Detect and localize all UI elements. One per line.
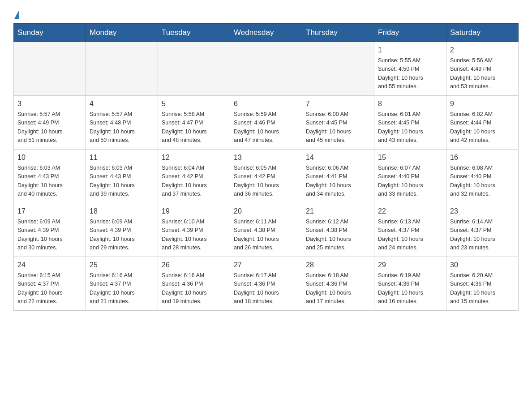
logo-top bbox=[13, 9, 19, 19]
calendar-cell: 4Sunrise: 5:57 AM Sunset: 4:48 PM Daylig… bbox=[86, 96, 158, 150]
day-number: 9 bbox=[450, 98, 515, 109]
day-info: Sunrise: 6:09 AM Sunset: 4:39 PM Dayligh… bbox=[90, 218, 154, 253]
day-info: Sunrise: 6:17 AM Sunset: 4:36 PM Dayligh… bbox=[234, 271, 298, 306]
day-number: 16 bbox=[450, 152, 515, 163]
calendar-cell: 14Sunrise: 6:06 AM Sunset: 4:41 PM Dayli… bbox=[302, 150, 374, 203]
day-info: Sunrise: 6:12 AM Sunset: 4:38 PM Dayligh… bbox=[306, 218, 370, 253]
calendar-cell: 22Sunrise: 6:13 AM Sunset: 4:37 PM Dayli… bbox=[374, 203, 446, 257]
day-info: Sunrise: 6:08 AM Sunset: 4:40 PM Dayligh… bbox=[450, 164, 515, 199]
weekday-header-saturday: Saturday bbox=[446, 24, 519, 42]
calendar-cell: 3Sunrise: 5:57 AM Sunset: 4:49 PM Daylig… bbox=[14, 96, 86, 150]
calendar-cell: 26Sunrise: 6:16 AM Sunset: 4:36 PM Dayli… bbox=[158, 257, 230, 311]
day-info: Sunrise: 6:15 AM Sunset: 4:37 PM Dayligh… bbox=[17, 271, 82, 306]
day-number: 29 bbox=[378, 260, 442, 270]
day-number: 25 bbox=[90, 260, 154, 270]
day-info: Sunrise: 6:16 AM Sunset: 4:36 PM Dayligh… bbox=[162, 271, 226, 306]
weekday-header-tuesday: Tuesday bbox=[158, 24, 230, 42]
day-info: Sunrise: 6:10 AM Sunset: 4:39 PM Dayligh… bbox=[162, 218, 226, 253]
day-number: 7 bbox=[306, 98, 370, 109]
calendar-cell: 25Sunrise: 6:16 AM Sunset: 4:37 PM Dayli… bbox=[86, 257, 158, 311]
day-info: Sunrise: 6:16 AM Sunset: 4:37 PM Dayligh… bbox=[90, 271, 154, 306]
calendar-cell: 2Sunrise: 5:56 AM Sunset: 4:49 PM Daylig… bbox=[446, 42, 519, 96]
day-number: 22 bbox=[378, 206, 442, 217]
day-info: Sunrise: 6:14 AM Sunset: 4:37 PM Dayligh… bbox=[450, 218, 515, 253]
calendar-cell: 5Sunrise: 5:58 AM Sunset: 4:47 PM Daylig… bbox=[158, 96, 230, 150]
day-info: Sunrise: 6:01 AM Sunset: 4:45 PM Dayligh… bbox=[378, 110, 442, 145]
day-info: Sunrise: 6:19 AM Sunset: 4:36 PM Dayligh… bbox=[378, 271, 442, 306]
day-number: 18 bbox=[90, 206, 154, 217]
day-number: 30 bbox=[450, 260, 515, 270]
weekday-header-row: SundayMondayTuesdayWednesdayThursdayFrid… bbox=[14, 24, 519, 42]
day-number: 3 bbox=[17, 98, 82, 109]
day-info: Sunrise: 5:57 AM Sunset: 4:49 PM Dayligh… bbox=[17, 110, 82, 145]
calendar-cell bbox=[14, 42, 86, 96]
week-row-1: 1Sunrise: 5:55 AM Sunset: 4:50 PM Daylig… bbox=[14, 42, 519, 96]
day-number: 19 bbox=[162, 206, 226, 217]
day-info: Sunrise: 5:57 AM Sunset: 4:48 PM Dayligh… bbox=[90, 110, 154, 145]
day-info: Sunrise: 6:11 AM Sunset: 4:38 PM Dayligh… bbox=[234, 218, 298, 253]
weekday-header-monday: Monday bbox=[86, 24, 158, 42]
calendar-cell: 19Sunrise: 6:10 AM Sunset: 4:39 PM Dayli… bbox=[158, 203, 230, 257]
calendar-cell: 10Sunrise: 6:03 AM Sunset: 4:43 PM Dayli… bbox=[14, 150, 86, 203]
calendar-cell: 12Sunrise: 6:04 AM Sunset: 4:42 PM Dayli… bbox=[158, 150, 230, 203]
day-number: 14 bbox=[306, 152, 370, 163]
day-number: 27 bbox=[234, 260, 298, 270]
calendar-cell: 8Sunrise: 6:01 AM Sunset: 4:45 PM Daylig… bbox=[374, 96, 446, 150]
day-info: Sunrise: 6:09 AM Sunset: 4:39 PM Dayligh… bbox=[17, 218, 82, 253]
week-row-4: 17Sunrise: 6:09 AM Sunset: 4:39 PM Dayli… bbox=[14, 203, 519, 257]
calendar-cell: 16Sunrise: 6:08 AM Sunset: 4:40 PM Dayli… bbox=[446, 150, 519, 203]
week-row-3: 10Sunrise: 6:03 AM Sunset: 4:43 PM Dayli… bbox=[14, 150, 519, 203]
weekday-header-sunday: Sunday bbox=[14, 24, 86, 42]
day-info: Sunrise: 5:59 AM Sunset: 4:46 PM Dayligh… bbox=[234, 110, 298, 145]
day-info: Sunrise: 5:56 AM Sunset: 4:49 PM Dayligh… bbox=[450, 56, 515, 91]
day-info: Sunrise: 6:04 AM Sunset: 4:42 PM Dayligh… bbox=[162, 164, 226, 199]
day-number: 2 bbox=[450, 45, 515, 56]
day-number: 11 bbox=[90, 152, 154, 163]
calendar-cell bbox=[302, 42, 374, 96]
calendar-cell: 7Sunrise: 6:00 AM Sunset: 4:45 PM Daylig… bbox=[302, 96, 374, 150]
page: SundayMondayTuesdayWednesdayThursdayFrid… bbox=[0, 0, 532, 320]
calendar-cell: 27Sunrise: 6:17 AM Sunset: 4:36 PM Dayli… bbox=[230, 257, 302, 311]
day-number: 28 bbox=[306, 260, 370, 270]
calendar-cell: 1Sunrise: 5:55 AM Sunset: 4:50 PM Daylig… bbox=[374, 42, 446, 96]
day-info: Sunrise: 6:07 AM Sunset: 4:40 PM Dayligh… bbox=[378, 164, 442, 199]
calendar-cell: 29Sunrise: 6:19 AM Sunset: 4:36 PM Dayli… bbox=[374, 257, 446, 311]
weekday-header-wednesday: Wednesday bbox=[230, 24, 302, 42]
calendar-cell bbox=[230, 42, 302, 96]
calendar-cell: 20Sunrise: 6:11 AM Sunset: 4:38 PM Dayli… bbox=[230, 203, 302, 257]
calendar-cell: 15Sunrise: 6:07 AM Sunset: 4:40 PM Dayli… bbox=[374, 150, 446, 203]
calendar-cell bbox=[86, 42, 158, 96]
day-number: 6 bbox=[234, 98, 298, 109]
day-number: 17 bbox=[17, 206, 82, 217]
calendar-cell: 21Sunrise: 6:12 AM Sunset: 4:38 PM Dayli… bbox=[302, 203, 374, 257]
calendar-cell: 30Sunrise: 6:20 AM Sunset: 4:36 PM Dayli… bbox=[446, 257, 519, 311]
day-number: 24 bbox=[17, 260, 82, 270]
day-number: 26 bbox=[162, 260, 226, 270]
day-info: Sunrise: 6:03 AM Sunset: 4:43 PM Dayligh… bbox=[90, 164, 154, 199]
day-info: Sunrise: 6:00 AM Sunset: 4:45 PM Dayligh… bbox=[306, 110, 370, 145]
day-info: Sunrise: 6:05 AM Sunset: 4:42 PM Dayligh… bbox=[234, 164, 298, 199]
day-number: 13 bbox=[234, 152, 298, 163]
day-number: 23 bbox=[450, 206, 515, 217]
day-info: Sunrise: 6:06 AM Sunset: 4:41 PM Dayligh… bbox=[306, 164, 370, 199]
calendar-cell: 17Sunrise: 6:09 AM Sunset: 4:39 PM Dayli… bbox=[14, 203, 86, 257]
day-info: Sunrise: 6:03 AM Sunset: 4:43 PM Dayligh… bbox=[17, 164, 82, 199]
day-number: 4 bbox=[90, 98, 154, 109]
calendar-cell: 6Sunrise: 5:59 AM Sunset: 4:46 PM Daylig… bbox=[230, 96, 302, 150]
week-row-2: 3Sunrise: 5:57 AM Sunset: 4:49 PM Daylig… bbox=[14, 96, 519, 150]
weekday-header-thursday: Thursday bbox=[302, 24, 374, 42]
day-number: 15 bbox=[378, 152, 442, 163]
day-number: 12 bbox=[162, 152, 226, 163]
day-info: Sunrise: 6:18 AM Sunset: 4:36 PM Dayligh… bbox=[306, 271, 370, 306]
calendar-cell: 28Sunrise: 6:18 AM Sunset: 4:36 PM Dayli… bbox=[302, 257, 374, 311]
day-info: Sunrise: 5:55 AM Sunset: 4:50 PM Dayligh… bbox=[378, 56, 442, 91]
day-number: 1 bbox=[378, 45, 442, 56]
day-info: Sunrise: 6:13 AM Sunset: 4:37 PM Dayligh… bbox=[378, 218, 442, 253]
day-number: 20 bbox=[234, 206, 298, 217]
calendar: SundayMondayTuesdayWednesdayThursdayFrid… bbox=[13, 23, 519, 311]
logo-triangle-icon bbox=[14, 11, 19, 19]
calendar-cell: 9Sunrise: 6:02 AM Sunset: 4:44 PM Daylig… bbox=[446, 96, 519, 150]
calendar-cell: 24Sunrise: 6:15 AM Sunset: 4:37 PM Dayli… bbox=[14, 257, 86, 311]
day-number: 5 bbox=[162, 98, 226, 109]
calendar-cell: 18Sunrise: 6:09 AM Sunset: 4:39 PM Dayli… bbox=[86, 203, 158, 257]
